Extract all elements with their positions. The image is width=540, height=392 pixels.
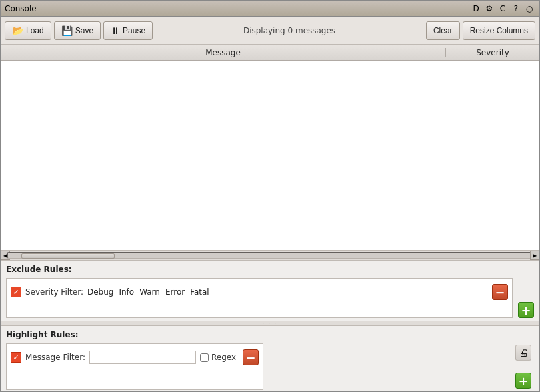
- app-title: Console: [5, 4, 37, 13]
- exclude-rules-wrapper: Severity Filter: Debug Info Warn Error F…: [6, 278, 534, 318]
- tag-fatal: Fatal: [190, 287, 209, 297]
- load-icon: 📂: [12, 25, 23, 36]
- highlight-remove-button[interactable]: −: [243, 349, 259, 365]
- titlebar-icons: D ⚙ C ? ○: [470, 3, 535, 15]
- close-icon[interactable]: ○: [523, 3, 535, 15]
- save-label: Save: [75, 26, 93, 35]
- tag-warn: Warn: [139, 287, 160, 297]
- status-text: Displaying 0 messages: [155, 26, 423, 35]
- exclude-remove-button[interactable]: −: [492, 284, 508, 300]
- right-buttons: Clear Resize Columns: [426, 21, 535, 40]
- highlight-checkbox[interactable]: [11, 352, 21, 363]
- main-content: Message Severity ◀ ▶ Exclude Rules: Seve…: [1, 45, 539, 392]
- save-button[interactable]: 💾 Save: [54, 21, 101, 40]
- highlight-rule-row: Message Filter: Regex −: [9, 347, 260, 368]
- message-filter-input[interactable]: [89, 351, 196, 364]
- tag-debug: Debug: [87, 287, 113, 297]
- camera-button[interactable]: 🖨: [515, 345, 531, 361]
- help-icon[interactable]: ?: [510, 3, 522, 15]
- table-header: Message Severity: [1, 45, 539, 61]
- severity-filter-label: Severity Filter:: [25, 287, 83, 297]
- scroll-track[interactable]: [7, 252, 533, 259]
- gear-icon[interactable]: ⚙: [483, 3, 495, 15]
- exclude-add-button[interactable]: +: [518, 302, 534, 318]
- c-icon[interactable]: C: [497, 3, 509, 15]
- regex-label-text: Regex: [211, 353, 236, 362]
- highlight-rules-box: Message Filter: Regex −: [6, 343, 263, 390]
- load-button[interactable]: 📂 Load: [5, 21, 51, 40]
- highlight-rules-wrapper: Message Filter: Regex − 🖨: [6, 343, 534, 390]
- toolbar: 📂 Load 💾 Save ⏸ Pause Displaying 0 messa…: [1, 17, 539, 45]
- remove-icon: −: [495, 285, 505, 299]
- clear-button[interactable]: Clear: [426, 21, 460, 40]
- resize-columns-label: Resize Columns: [470, 26, 528, 35]
- exclude-rule-row: Severity Filter: Debug Info Warn Error F…: [9, 281, 509, 303]
- remove-icon-2: −: [246, 351, 256, 365]
- highlight-rules-section: Highlight Rules: Message Filter: Regex −: [1, 326, 539, 392]
- add-icon: +: [521, 303, 531, 317]
- exclude-checkbox[interactable]: [11, 287, 21, 297]
- pause-icon: ⏸: [111, 25, 120, 36]
- pause-button[interactable]: ⏸ Pause: [103, 21, 153, 40]
- scroll-right-arrow[interactable]: ▶: [530, 251, 539, 260]
- exclude-rules-section: Exclude Rules: Severity Filter: Debug In…: [1, 261, 539, 321]
- camera-icon: 🖨: [519, 347, 528, 358]
- pause-label: Pause: [123, 26, 145, 35]
- col-severity-header: Severity: [446, 48, 539, 57]
- highlight-right-buttons: 🖨 +: [515, 343, 534, 390]
- add-icon-2: +: [518, 374, 528, 388]
- section-divider[interactable]: · · ·: [1, 321, 539, 326]
- regex-label-container: Regex: [200, 353, 236, 362]
- resize-columns-button[interactable]: Resize Columns: [463, 21, 535, 40]
- tag-info: Info: [119, 287, 134, 297]
- regex-checkbox[interactable]: [200, 353, 209, 362]
- highlight-add-button[interactable]: +: [515, 373, 531, 389]
- filter-tags: Debug Info Warn Error Fatal: [87, 287, 209, 297]
- exclude-rules-title: Exclude Rules:: [6, 265, 534, 274]
- save-icon: 💾: [61, 25, 73, 36]
- highlight-rules-title: Highlight Rules:: [6, 330, 534, 339]
- exclude-rules-box: Severity Filter: Debug Info Warn Error F…: [6, 278, 513, 318]
- horizontal-scrollbar[interactable]: ◀ ▶: [1, 250, 539, 261]
- highlight-rule-empty-row: [9, 368, 260, 387]
- d-icon[interactable]: D: [470, 3, 482, 15]
- titlebar: Console D ⚙ C ? ○: [1, 1, 539, 17]
- clear-label: Clear: [433, 26, 453, 35]
- load-label: Load: [26, 26, 44, 35]
- message-filter-label: Message Filter:: [25, 353, 85, 362]
- scroll-thumb[interactable]: [21, 253, 115, 259]
- message-table-body[interactable]: [1, 61, 539, 250]
- tag-error: Error: [165, 287, 185, 297]
- col-message-header: Message: [1, 48, 446, 57]
